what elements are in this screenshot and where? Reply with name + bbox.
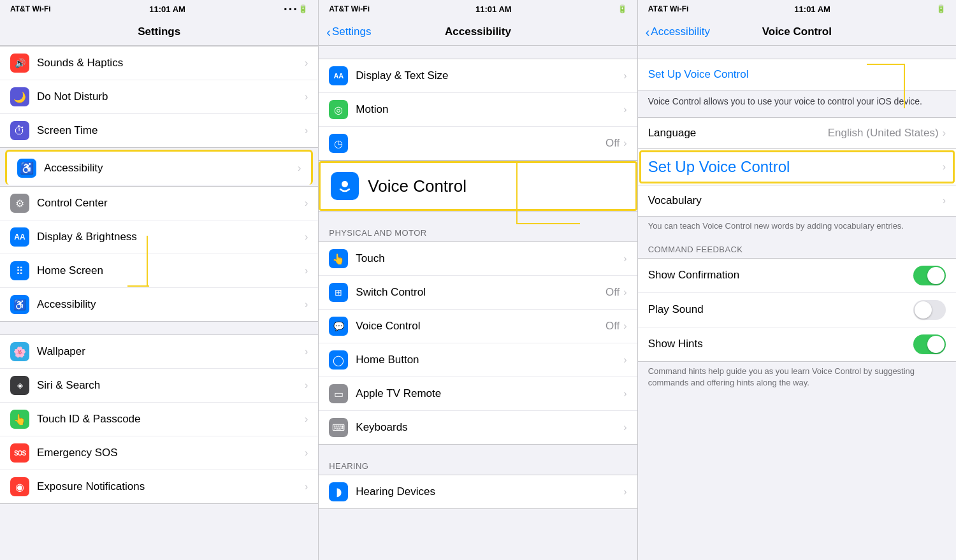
chevron-vc: › bbox=[623, 320, 626, 332]
nav-title-2: Accessibility bbox=[445, 25, 511, 38]
chevron-motion: › bbox=[623, 104, 626, 115]
acc-item-touch[interactable]: 👆 Touch › bbox=[319, 242, 637, 276]
accessibility-label: Accessibility bbox=[44, 162, 298, 175]
touchid-label: Touch ID & Passcode bbox=[37, 413, 305, 426]
sounds-icon: 🔊 bbox=[10, 54, 29, 73]
touch-icon: 👆 bbox=[329, 249, 348, 268]
chevron-language: › bbox=[943, 127, 946, 139]
back-button-3[interactable]: ‹ Accessibility bbox=[646, 25, 710, 38]
show-hints-label: Show Hints bbox=[648, 338, 703, 350]
battery-3: 🔋 bbox=[936, 4, 946, 13]
display-label: Display & Brightness bbox=[37, 231, 305, 243]
acc-item-home-button[interactable]: ◯ Home Button › bbox=[319, 343, 637, 377]
hearing-icon: ◗ bbox=[329, 482, 348, 501]
settings-item-accessibility2[interactable]: ♿ Accessibility › bbox=[0, 288, 318, 321]
carrier-3: AT&T Wi-Fi bbox=[648, 4, 689, 13]
settings-item-touchid[interactable]: 👆 Touch ID & Passcode › bbox=[0, 403, 318, 436]
status-bar-1: AT&T Wi-Fi 11:01 AM ▪ ▪ ▪ 🔋 bbox=[0, 0, 318, 18]
chevron-home-btn: › bbox=[623, 354, 626, 366]
hearing-header: HEARING bbox=[319, 457, 637, 475]
carrier-1: AT&T Wi-Fi bbox=[10, 4, 51, 13]
back-button-2[interactable]: ‹ Settings bbox=[326, 25, 371, 38]
settings-item-home-screen[interactable]: ⠿ Home Screen › bbox=[0, 254, 318, 288]
nav-bar-1: Settings bbox=[0, 18, 318, 46]
chevron-home: › bbox=[305, 265, 308, 276]
show-hints-row[interactable]: Show Hints bbox=[638, 327, 956, 362]
chevron-vocabulary: › bbox=[943, 195, 946, 206]
touch-label: Touch bbox=[356, 252, 623, 265]
accessibility-list: AA Display & Text Size › ◎ Motion › ◷ Of… bbox=[319, 46, 637, 560]
keyboards-label: Keyboards bbox=[356, 421, 623, 434]
settings-item-sos[interactable]: SOS Emergency SOS › bbox=[0, 436, 318, 470]
acc-item-apple-tv[interactable]: ▭ Apple TV Remote › bbox=[319, 377, 637, 411]
settings-item-screen-time[interactable]: ⏱ Screen Time › bbox=[0, 114, 318, 147]
settings-item-siri[interactable]: ◈ Siri & Search › bbox=[0, 369, 318, 403]
physical-motor-section: PHYSICAL AND MOTOR 👆 Touch › ⊞ Switch Co… bbox=[319, 224, 637, 445]
settings-item-control-center[interactable]: ⚙ Control Center › bbox=[0, 187, 318, 220]
show-confirmation-toggle[interactable] bbox=[913, 266, 946, 285]
home-screen-icon: ⠿ bbox=[10, 261, 29, 280]
hearing-label: Hearing Devices bbox=[356, 485, 623, 498]
setup-vc-row[interactable]: Set Up Voice Control › bbox=[638, 149, 956, 185]
nav-title-1: Settings bbox=[138, 25, 180, 38]
acc-item-hearing-devices[interactable]: ◗ Hearing Devices › bbox=[319, 475, 637, 508]
play-sound-toggle[interactable] bbox=[913, 300, 946, 320]
annotation-line-3a bbox=[904, 64, 905, 108]
play-sound-row[interactable]: Play Sound bbox=[638, 293, 956, 327]
physical-motor-header: PHYSICAL AND MOTOR bbox=[319, 224, 637, 241]
toggle-knob-1 bbox=[927, 267, 945, 284]
acc-item-switch-control[interactable]: ⊞ Switch Control Off › bbox=[319, 276, 637, 310]
chevron-siri: › bbox=[305, 380, 308, 391]
setup-link-top[interactable]: Set Up Voice Control bbox=[648, 68, 749, 81]
screen-time-label: Screen Time bbox=[37, 124, 305, 137]
settings-item-wallpaper[interactable]: 🌸 Wallpaper › bbox=[0, 335, 318, 369]
panel-settings: AT&T Wi-Fi 11:01 AM ▪ ▪ ▪ 🔋 Settings 🔊 S… bbox=[0, 0, 319, 560]
annotation-line-1 bbox=[147, 236, 148, 287]
chevron-display: › bbox=[305, 231, 308, 243]
accessibility2-icon: ♿ bbox=[10, 295, 29, 314]
settings-item-display[interactable]: AA Display & Brightness › bbox=[0, 220, 318, 254]
acc-item-keyboards[interactable]: ⌨ Keyboards › bbox=[319, 411, 637, 444]
accessibility-icon: ♿ bbox=[17, 159, 36, 178]
play-sound-label: Play Sound bbox=[648, 303, 704, 316]
acc-item-voice-control[interactable]: 💬 Voice Control Off › bbox=[319, 310, 637, 343]
acc-item-spoken[interactable]: ◷ Off › bbox=[319, 127, 637, 160]
exposure-icon: ◉ bbox=[10, 477, 29, 496]
settings-item-dnd[interactable]: 🌙 Do Not Disturb › bbox=[0, 80, 318, 114]
time-3: 11:01 AM bbox=[794, 4, 830, 14]
annotation-line-2b bbox=[516, 223, 580, 224]
screen-time-icon: ⏱ bbox=[10, 121, 29, 140]
language-value-group: English (United States) › bbox=[828, 127, 946, 140]
language-row[interactable]: Language English (United States) › bbox=[638, 117, 956, 149]
back-label-2: Settings bbox=[332, 25, 371, 38]
show-confirmation-label: Show Confirmation bbox=[648, 269, 740, 282]
language-value: English (United States) bbox=[828, 127, 939, 140]
switch-control-value: Off bbox=[605, 286, 619, 299]
chevron-acc2: › bbox=[305, 299, 308, 310]
chevron-touchid: › bbox=[305, 413, 308, 425]
settings-group: 🔊 Sounds & Haptics › 🌙 Do Not Disturb › … bbox=[0, 46, 318, 148]
acc-item-display-text[interactable]: AA Display & Text Size › bbox=[319, 59, 637, 93]
settings-group-2: ⚙ Control Center › AA Display & Brightne… bbox=[0, 186, 318, 322]
settings-item-sounds[interactable]: 🔊 Sounds & Haptics › bbox=[0, 47, 318, 80]
annotation-line-3b bbox=[867, 64, 905, 65]
vocabulary-row[interactable]: Vocabulary › bbox=[638, 185, 956, 217]
settings-item-exposure[interactable]: ◉ Exposure Notifications › bbox=[0, 470, 318, 503]
display-text-label: Display & Text Size bbox=[356, 69, 623, 82]
home-button-label: Home Button bbox=[356, 354, 623, 366]
sos-label: Emergency SOS bbox=[37, 447, 305, 459]
chevron-exposure: › bbox=[305, 481, 308, 492]
voice-control-spotlight[interactable]: Voice Control bbox=[319, 161, 637, 211]
voice-control-icon bbox=[331, 172, 359, 200]
exposure-label: Exposure Notifications bbox=[37, 480, 305, 493]
chevron-sounds: › bbox=[305, 57, 308, 69]
show-hints-toggle[interactable] bbox=[913, 334, 946, 354]
acc-item-motion[interactable]: ◎ Motion › bbox=[319, 93, 637, 127]
display-text-icon: AA bbox=[329, 66, 348, 85]
chevron-setup-vc: › bbox=[943, 161, 946, 173]
toggle-knob-3 bbox=[927, 336, 945, 353]
back-label-3: Accessibility bbox=[651, 25, 710, 38]
settings-item-accessibility[interactable]: ♿ Accessibility › bbox=[5, 150, 313, 185]
vocabulary-desc: You can teach Voice Control new words by… bbox=[638, 217, 956, 241]
show-confirmation-row[interactable]: Show Confirmation bbox=[638, 258, 956, 293]
